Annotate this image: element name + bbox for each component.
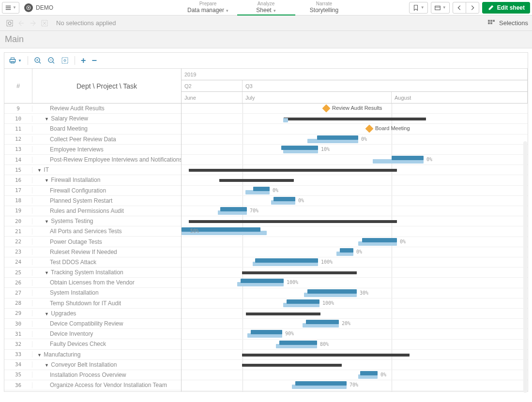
table-row[interactable]: 20▼ Systems Testing (4, 216, 181, 226)
progress-label: 70% (250, 208, 258, 213)
expand-all-icon[interactable]: + (81, 56, 86, 66)
caret-down-icon[interactable]: ▼ (45, 270, 49, 275)
nav-analyze[interactable]: Analyze Sheet▾ (237, 0, 295, 15)
smart-search-icon[interactable] (4, 17, 15, 29)
progress-label: 0% (361, 136, 367, 142)
summary-bar[interactable] (242, 364, 342, 367)
prev-sheet-button[interactable] (453, 2, 466, 14)
caret-down-icon[interactable]: ▼ (45, 219, 49, 224)
table-row[interactable]: 22Power Outage Tests (4, 237, 181, 247)
actual-bar[interactable] (274, 197, 295, 201)
summary-bar[interactable] (284, 118, 426, 120)
svg-rect-10 (488, 22, 490, 24)
table-row[interactable]: 13Employee Interviews (4, 145, 181, 155)
year-header: 2019 (182, 69, 528, 80)
actual-bar[interactable] (241, 279, 284, 283)
month-june: June (182, 92, 243, 103)
table-row[interactable]: 26Obtain Licenses from the Vendor (4, 278, 181, 288)
actual-bar[interactable] (251, 330, 282, 334)
progress-label: 50% (190, 228, 199, 234)
col-num-header: # (4, 69, 32, 103)
print-icon[interactable]: ▼ (8, 56, 22, 65)
plan-bar[interactable] (283, 118, 288, 122)
actual-bar[interactable] (340, 248, 353, 253)
actual-bar[interactable] (306, 320, 339, 324)
actual-bar[interactable] (317, 135, 358, 140)
actual-bar[interactable] (307, 289, 357, 294)
selections-tool[interactable]: Selections (487, 19, 528, 27)
nav-prepare[interactable]: Prepare Data manager▾ (179, 0, 237, 15)
sheets-button[interactable]: ▼ (431, 2, 450, 14)
caret-down-icon[interactable]: ▼ (37, 168, 42, 173)
svg-rect-7 (488, 20, 490, 22)
table-row[interactable]: 10▼ Salary Review (4, 114, 181, 124)
table-row[interactable]: 23Ruleset Review If Needed (4, 247, 181, 257)
actual-bar[interactable] (253, 187, 270, 191)
clear-selections-icon[interactable] (39, 17, 50, 29)
table-row[interactable]: 19Rules and Permissions Audit (4, 206, 181, 216)
svg-point-5 (8, 22, 11, 25)
page-title: Main (5, 34, 24, 45)
col-name-header: Dept \ Project \ Task (32, 69, 181, 103)
edit-sheet-button[interactable]: Edit sheet (482, 2, 530, 14)
nav-narrate[interactable]: Narrate Storytelling (295, 0, 353, 15)
summary-bar[interactable] (242, 271, 357, 274)
table-row[interactable]: 27System Installation (4, 288, 181, 298)
zoom-out-icon[interactable] (47, 57, 55, 64)
step-forward-icon[interactable] (27, 17, 39, 29)
progress-label: 0% (356, 249, 362, 254)
table-row[interactable]: 24Test DDOS Attack (4, 257, 181, 268)
table-row[interactable]: 32Faulty Devices Check (4, 339, 181, 349)
next-sheet-button[interactable] (466, 2, 479, 14)
table-row[interactable]: 31Device Inventory (4, 329, 181, 339)
table-row[interactable]: 17Firewall Configuration (4, 186, 181, 196)
summary-bar[interactable] (189, 220, 397, 223)
selections-bar: No selections applied Selections (0, 15, 532, 31)
actual-bar[interactable] (360, 371, 378, 375)
caret-down-icon[interactable]: ▼ (45, 117, 49, 121)
caret-down-icon[interactable]: ▼ (45, 363, 49, 368)
summary-bar[interactable] (189, 169, 397, 172)
caret-down-icon[interactable]: ▼ (37, 353, 42, 357)
table-row[interactable]: 28Temp Shutdown for IT Audit (4, 298, 181, 309)
summary-bar[interactable] (219, 179, 294, 182)
table-row[interactable]: 9Review Audit Results (4, 104, 181, 114)
svg-rect-2 (435, 6, 440, 10)
table-row[interactable]: 35Installation Process Overview (4, 370, 181, 380)
table-row[interactable]: 12Collect Peer Review Data (4, 134, 181, 145)
table-row[interactable]: 21All Ports and Services Tests (4, 226, 181, 237)
progress-label: 0% (426, 157, 432, 162)
table-row[interactable]: 29▼ Upgrades (4, 309, 181, 319)
bookmark-button[interactable]: ▼ (409, 2, 428, 14)
svg-rect-4 (7, 20, 13, 26)
summary-bar[interactable] (242, 354, 410, 357)
actual-bar[interactable] (392, 156, 424, 160)
table-row[interactable]: 11Board Meeting (4, 124, 181, 134)
actual-bar[interactable] (287, 299, 319, 304)
caret-down-icon[interactable]: ▼ (45, 312, 49, 316)
actual-bar[interactable] (279, 341, 317, 345)
table-row[interactable]: 14Post-Review Employee Interviews and No… (4, 155, 181, 165)
menu-button[interactable]: ▼ (2, 2, 19, 14)
fit-icon[interactable] (61, 57, 69, 64)
table-row[interactable]: 15▼ IT (4, 165, 181, 175)
table-row[interactable]: 30Device Compatibility Review (4, 319, 181, 329)
actual-bar[interactable] (295, 381, 347, 386)
table-row[interactable]: 34▼ Conveyor Belt Installation (4, 360, 181, 370)
scrollbar[interactable] (523, 141, 527, 393)
step-back-icon[interactable] (15, 17, 27, 29)
actual-bar[interactable] (362, 238, 397, 242)
table-row[interactable]: 18Planned System Restart (4, 196, 181, 206)
actual-bar[interactable] (281, 146, 318, 150)
caret-down-icon[interactable]: ▼ (45, 178, 49, 183)
summary-bar[interactable] (246, 313, 320, 315)
table-row[interactable]: 25▼ Tracking System Installation (4, 268, 181, 278)
table-row[interactable]: 33▼ Manufacturing (4, 350, 181, 360)
zoom-in-icon[interactable] (34, 57, 42, 64)
actual-bar[interactable] (220, 207, 247, 211)
table-row[interactable]: 16▼ Firewall Installation (4, 175, 181, 185)
table-row[interactable]: 36Organize Access for Vendor Installatio… (4, 380, 181, 390)
collapse-all-icon[interactable]: − (91, 56, 97, 66)
svg-rect-8 (490, 20, 492, 22)
actual-bar[interactable] (255, 258, 318, 263)
